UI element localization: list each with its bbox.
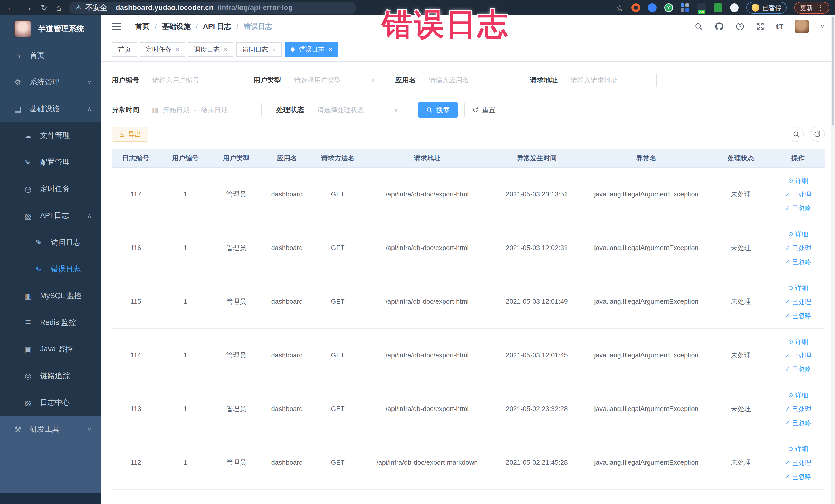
scrollbar[interactable]	[831, 15, 835, 504]
cell-url: /api/infra/db-doc/export-html	[363, 275, 491, 328]
detail-link[interactable]: ⊙ 详细	[788, 228, 808, 241]
ignored-link[interactable]: ✓ 已忽略	[785, 470, 811, 483]
close-icon[interactable]: ×	[176, 46, 179, 53]
ignored-link[interactable]: ✓ 已忽略	[785, 417, 811, 429]
sidebar-item-redis-monitor[interactable]: ≣ Redis 监控	[0, 309, 101, 336]
browser-forward-icon[interactable]: →	[24, 3, 32, 13]
close-icon[interactable]: ×	[272, 46, 276, 53]
github-icon[interactable]	[714, 22, 724, 31]
user-id-field[interactable]	[146, 72, 239, 88]
fullscreen-icon[interactable]	[756, 22, 765, 31]
tab-schedule-log[interactable]: 调度日志 ×	[188, 42, 233, 57]
reset-button-label: 重置	[482, 105, 495, 115]
cell-url: /api/infra/db-doc/export-html	[363, 167, 491, 221]
tab-access-log[interactable]: 访问日志 ×	[237, 42, 282, 57]
sidebar-item-label: 文件管理	[40, 130, 70, 141]
search-button[interactable]: 搜索	[418, 102, 458, 118]
sidebar-item-system-mgmt[interactable]: ⚙ 系统管理 ∨	[0, 69, 101, 96]
bookmark-star-icon[interactable]: ☆	[616, 3, 624, 13]
sidebar-item-scheduled-jobs[interactable]: ◷ 定时任务	[0, 176, 101, 202]
ignored-link[interactable]: ✓ 已忽略	[785, 256, 811, 268]
eye-icon: ◎	[23, 371, 33, 381]
toggle-search-button[interactable]	[789, 127, 804, 142]
tab-home[interactable]: 首页	[112, 42, 137, 57]
extension-icon-proxy[interactable]: on	[697, 3, 706, 12]
tab-scheduled-jobs[interactable]: 定时任务 ×	[140, 42, 185, 57]
security-label[interactable]: 不安全	[85, 3, 107, 13]
sidebar-item-log-center[interactable]: ▨ 日志中心	[0, 389, 101, 416]
close-icon[interactable]: ×	[329, 46, 332, 53]
detail-link[interactable]: ⊙ 详细	[788, 174, 808, 187]
active-tab-dot	[290, 47, 295, 52]
processed-link[interactable]: ✓ 已处理	[785, 349, 811, 362]
app-name-field[interactable]	[423, 72, 515, 88]
processed-link[interactable]: ✓ 已处理	[785, 295, 811, 308]
sidebar-item-config-mgmt[interactable]: ✎ 配置管理	[0, 149, 101, 176]
font-size-icon[interactable]: tT	[776, 22, 784, 31]
processed-link[interactable]: ✓ 已处理	[785, 242, 811, 255]
browser-update-button[interactable]: 更新 ⋮	[794, 2, 829, 14]
address-bar[interactable]: ⚠ 不安全 dashboard.yudao.iocoder.cn/infra/l…	[69, 2, 356, 14]
tab-error-log[interactable]: 错误日志 ×	[285, 42, 338, 57]
processed-link[interactable]: ✓ 已处理	[785, 403, 811, 416]
reset-button[interactable]: 重置	[464, 102, 503, 118]
sidebar-item-file-mgmt[interactable]: ☁ 文件管理	[0, 122, 101, 149]
date-range-picker[interactable]: ▦ 开始日期 - 结束日期	[146, 102, 262, 118]
sidebar-item-java-monitor[interactable]: ▣ Java 监控	[0, 336, 101, 363]
sidebar-toggle-icon[interactable]	[112, 23, 121, 30]
sidebar-item-label: 配置管理	[40, 157, 70, 167]
request-url-field[interactable]	[564, 72, 657, 88]
sidebar-item-access-log[interactable]: ✎ 访问日志	[0, 229, 101, 256]
extension-icon-white[interactable]	[730, 3, 739, 12]
search-icon[interactable]	[694, 22, 703, 31]
sidebar-item-label: 定时任务	[40, 184, 70, 194]
url-host: dashboard.yudao.iocoder.cn	[116, 4, 213, 12]
extension-icon-blue[interactable]	[648, 3, 657, 12]
paused-badge[interactable]: 已暂停	[747, 2, 787, 14]
sidebar-collapse-bar[interactable]	[0, 493, 101, 504]
check-icon: ✓	[785, 470, 790, 483]
ignored-link[interactable]: ✓ 已忽略	[785, 309, 811, 322]
breadcrumb-item-api-log[interactable]: API 日志	[203, 22, 231, 31]
sidebar-item-error-log[interactable]: ✎ 错误日志	[0, 256, 101, 282]
extension-icon-grid[interactable]	[681, 3, 690, 12]
security-warning-icon: ⚠	[76, 4, 81, 12]
avatar[interactable]	[795, 20, 809, 33]
app-logo[interactable]: 芋道管理系统	[0, 15, 101, 42]
user-menu-caret-icon[interactable]: ∨	[820, 23, 825, 30]
sidebar-item-api-log[interactable]: ▧ API 日志 ∧	[0, 202, 101, 229]
breadcrumb-item-home[interactable]: 首页	[135, 22, 150, 31]
status-select[interactable]	[311, 102, 403, 118]
help-icon[interactable]	[735, 22, 745, 31]
browser-home-icon[interactable]: ⌂	[56, 3, 61, 13]
processed-link[interactable]: ✓ 已处理	[785, 456, 811, 469]
detail-link[interactable]: ⊙ 详细	[788, 281, 808, 294]
user-type-select[interactable]	[288, 72, 380, 88]
browser-menu-icon[interactable]: ⋮	[817, 4, 824, 12]
extension-icon-orange[interactable]	[631, 3, 640, 12]
detail-link[interactable]: ⊙ 详细	[788, 335, 808, 348]
cell-app-name: dashboard	[262, 275, 312, 328]
update-button-label: 更新	[800, 4, 813, 12]
browser-reload-icon[interactable]: ↻	[41, 3, 47, 13]
extension-icon-leaf[interactable]	[714, 3, 722, 12]
detail-link[interactable]: ⊙ 详细	[788, 442, 808, 455]
sidebar-item-home[interactable]: ⌂ 首页	[0, 42, 101, 69]
sidebar-item-label: 系统管理	[30, 77, 60, 87]
scrollbar-thumb[interactable]	[832, 17, 834, 125]
sidebar-item-infrastructure[interactable]: ▤ 基础设施 ∧	[0, 96, 101, 122]
export-button[interactable]: 导出	[111, 127, 148, 142]
browser-back-icon[interactable]: ←	[7, 3, 15, 13]
close-icon[interactable]: ×	[224, 46, 227, 53]
sidebar-item-mysql-monitor[interactable]: ▥ MySQL 监控	[0, 282, 101, 309]
refresh-button[interactable]	[810, 127, 825, 142]
cell-log-id: 113	[111, 382, 160, 436]
sidebar-item-tracing[interactable]: ◎ 链路追踪	[0, 363, 101, 389]
ignored-link[interactable]: ✓ 已忽略	[785, 363, 811, 376]
breadcrumb-item-infrastructure[interactable]: 基础设施	[162, 22, 191, 31]
processed-link[interactable]: ✓ 已处理	[785, 188, 811, 201]
ignored-link[interactable]: ✓ 已忽略	[785, 202, 811, 215]
detail-link[interactable]: ⊙ 详细	[788, 389, 808, 402]
sidebar-item-dev-tools[interactable]: ⚒ 研发工具 ∨	[0, 416, 101, 443]
extension-icon-green-y[interactable]: Y	[664, 3, 673, 12]
